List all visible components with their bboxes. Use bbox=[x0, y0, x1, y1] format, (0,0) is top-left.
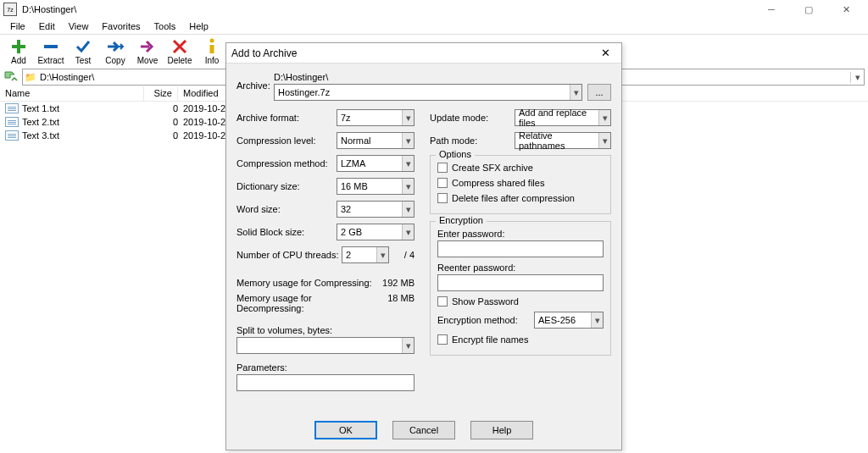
file-icon bbox=[5, 130, 19, 141]
chevron-down-icon[interactable]: ▾ bbox=[570, 85, 581, 100]
word-size-select[interactable]: 32▾ bbox=[337, 201, 415, 218]
encrypt-filenames-checkbox[interactable]: Encrypt file names bbox=[437, 334, 604, 345]
memory-decompress-label: Memory usage for Decompressing: bbox=[236, 293, 372, 313]
menu-favorites[interactable]: Favorites bbox=[95, 19, 147, 33]
menu-edit[interactable]: Edit bbox=[32, 19, 62, 33]
archive-format-label: Archive format: bbox=[236, 113, 337, 123]
copy-arrow-icon bbox=[106, 38, 125, 55]
encryption-group: Encryption Enter password: Reenter passw… bbox=[430, 221, 611, 356]
memory-decompress-value: 18 MB bbox=[372, 293, 415, 313]
compression-level-select[interactable]: Normal▾ bbox=[337, 132, 415, 149]
encryption-method-select[interactable]: AES-256▾ bbox=[534, 312, 604, 329]
cpu-threads-max: / 4 bbox=[394, 250, 415, 260]
reenter-password-label: Reenter password: bbox=[437, 262, 604, 273]
dictionary-size-select[interactable]: 16 MB▾ bbox=[337, 178, 415, 195]
delete-button[interactable]: Delete bbox=[164, 36, 195, 67]
copy-button[interactable]: Copy bbox=[100, 36, 131, 67]
ok-button[interactable]: OK bbox=[314, 421, 377, 439]
enter-password-input[interactable] bbox=[437, 240, 604, 257]
split-volumes-input[interactable]: ▾ bbox=[236, 337, 415, 354]
add-button[interactable]: Add bbox=[3, 36, 34, 67]
cpu-threads-label: Number of CPU threads: bbox=[236, 250, 342, 260]
update-mode-label: Update mode: bbox=[430, 113, 515, 123]
folder-icon: 📁 bbox=[23, 72, 38, 83]
svg-rect-2 bbox=[44, 45, 58, 48]
enter-password-label: Enter password: bbox=[437, 229, 604, 239]
info-icon bbox=[203, 38, 221, 55]
add-to-archive-dialog: Add to Archive ✕ Archive: D:\Hostinger\ … bbox=[225, 42, 622, 450]
create-sfx-checkbox[interactable]: Create SFX archive bbox=[437, 163, 604, 173]
file-icon bbox=[5, 117, 19, 127]
solid-block-size-label: Solid Block size: bbox=[236, 227, 337, 237]
solid-block-size-select[interactable]: 2 GB▾ bbox=[337, 224, 415, 240]
move-arrow-icon bbox=[138, 38, 157, 55]
path-mode-label: Path mode: bbox=[430, 135, 515, 146]
path-mode-select[interactable]: Relative pathnames▾ bbox=[515, 132, 611, 149]
word-size-label: Word size: bbox=[236, 204, 337, 214]
archive-name-input[interactable]: Hostinger.7z▾ bbox=[274, 84, 582, 101]
compression-method-select[interactable]: LZMA▾ bbox=[337, 155, 415, 172]
memory-compress-label: Memory usage for Compressing: bbox=[236, 278, 372, 288]
split-volumes-label: Split to volumes, bytes: bbox=[236, 325, 415, 335]
minimize-button[interactable]: ─ bbox=[753, 0, 790, 19]
memory-compress-value: 192 MB bbox=[372, 278, 415, 288]
extract-button[interactable]: Extract bbox=[36, 36, 66, 67]
menu-file[interactable]: File bbox=[3, 19, 32, 33]
menu-tools[interactable]: Tools bbox=[147, 19, 183, 33]
close-button[interactable]: ✕ bbox=[827, 0, 865, 19]
cpu-threads-select[interactable]: 2▾ bbox=[342, 246, 389, 263]
compression-level-label: Compression level: bbox=[236, 135, 337, 146]
archive-format-select[interactable]: 7z▾ bbox=[337, 109, 415, 126]
file-icon bbox=[5, 103, 19, 113]
menubar: File Edit View Favorites Tools Help bbox=[0, 19, 868, 34]
info-button[interactable]: Info bbox=[197, 36, 227, 67]
menu-view[interactable]: View bbox=[62, 19, 96, 33]
dialog-title: Add to Archive bbox=[231, 47, 594, 59]
compression-method-label: Compression method: bbox=[236, 158, 337, 168]
column-name[interactable]: Name bbox=[0, 86, 144, 101]
options-group: Options Create SFX archive Compress shar… bbox=[430, 155, 611, 214]
reenter-password-input[interactable] bbox=[437, 274, 604, 291]
app-icon: 7z bbox=[3, 3, 17, 16]
help-button[interactable]: Help bbox=[470, 421, 533, 439]
menu-help[interactable]: Help bbox=[182, 19, 215, 33]
svg-point-5 bbox=[210, 39, 214, 43]
compress-shared-checkbox[interactable]: Compress shared files bbox=[437, 178, 604, 188]
encryption-method-label: Encryption method: bbox=[437, 315, 534, 325]
minus-icon bbox=[42, 38, 60, 55]
up-folder-button[interactable] bbox=[3, 69, 19, 85]
parameters-input[interactable] bbox=[236, 374, 415, 391]
window-title: D:\Hostinger\ bbox=[22, 4, 753, 14]
archive-label: Archive: bbox=[236, 72, 267, 91]
delete-x-icon bbox=[170, 38, 189, 55]
browse-button[interactable]: ... bbox=[587, 84, 611, 101]
archive-path-text: D:\Hostinger\ bbox=[274, 72, 611, 82]
dialog-close-button[interactable]: ✕ bbox=[594, 47, 616, 59]
chevron-down-icon[interactable]: ▾ bbox=[850, 72, 864, 83]
maximize-button[interactable]: ▢ bbox=[790, 0, 827, 19]
move-button[interactable]: Move bbox=[132, 36, 163, 67]
window-titlebar: 7z D:\Hostinger\ ─ ▢ ✕ bbox=[0, 0, 868, 19]
delete-after-checkbox[interactable]: Delete files after compression bbox=[437, 193, 604, 203]
svg-rect-1 bbox=[12, 45, 25, 48]
dictionary-size-label: Dictionary size: bbox=[236, 181, 337, 191]
plus-icon bbox=[9, 38, 28, 55]
cancel-button[interactable]: Cancel bbox=[392, 421, 455, 439]
svg-rect-6 bbox=[210, 45, 214, 53]
check-icon bbox=[74, 38, 92, 55]
column-size[interactable]: Size bbox=[144, 86, 178, 101]
parameters-label: Parameters: bbox=[236, 362, 415, 373]
show-password-checkbox[interactable]: Show Password bbox=[437, 296, 604, 307]
test-button[interactable]: Test bbox=[68, 36, 98, 67]
update-mode-select[interactable]: Add and replace files▾ bbox=[515, 109, 611, 126]
